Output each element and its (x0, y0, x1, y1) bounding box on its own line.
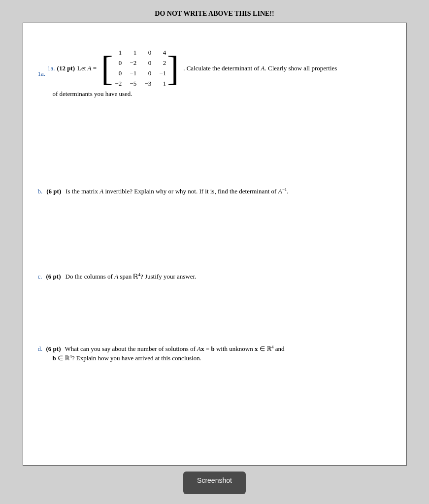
question-1d-label: d. (38, 345, 45, 352)
matrix-cell-r3c3: 0 (143, 68, 151, 78)
question-1c-points: (6 pt) (46, 273, 64, 280)
question-1d-row2: b ∈ ℝ4? Explain how you have arrived at … (38, 354, 392, 362)
matrix-cell-r2c4: 2 (158, 58, 166, 68)
matrix-cell-r2c3: 0 (143, 58, 151, 68)
matrix-cell-r1c2: 1 (129, 48, 136, 58)
question-1b-text: Is the matrix A invertible? Explain why … (66, 188, 288, 195)
question-1a-label: 1a. (38, 59, 46, 78)
matrix-cell-r4c3: −3 (143, 79, 151, 89)
question-1d-text: What can you say about the number of sol… (65, 345, 284, 352)
question-1d-block: d. (6 pt) What can you say about the num… (38, 345, 392, 363)
question-1c-label: c. (38, 273, 44, 280)
matrix-cell-r4c1: −2 (114, 79, 122, 89)
exam-content-box: 1a. 1a. (12 pt) Let A = [ 1 1 0 4 0 −2 0… (23, 23, 407, 466)
matrix-cell-r2c2: −2 (129, 58, 136, 68)
page-header: DO NOT WRITE ABOVE THIS LINE!! (23, 10, 407, 18)
matrix-A: [ 1 1 0 4 0 −2 0 2 0 −1 0 −1 −2 −5 −3 (101, 48, 179, 89)
question-1a-after-matrix: . Calculate the determinant of A. Clearl… (181, 64, 337, 72)
matrix-cell-r1c1: 1 (114, 48, 122, 58)
matrix-cell-r3c1: 0 (114, 68, 122, 78)
question-1a-let: Let A = (77, 64, 99, 72)
matrix-cell-r4c2: −5 (129, 79, 136, 89)
question-1a-points: (12 pt) (57, 64, 77, 72)
question-1b-label: b. (38, 188, 45, 195)
question-1d-points: (6 pt) (46, 345, 64, 352)
matrix-cell-r3c4: −1 (158, 68, 166, 78)
question-1d-text-row2: b ∈ ℝ4? Explain how you have arrived at … (53, 354, 201, 362)
screenshot-button[interactable]: Screenshot (183, 472, 246, 494)
question-1a-continuation: of determinants you have used. (38, 90, 392, 98)
bracket-right: ] (167, 51, 179, 86)
question-1c-block: c. (6 pt) Do the columns of A span ℝ4? J… (38, 272, 392, 281)
question-1c-text: Do the columns of A span ℝ4? Justify you… (66, 273, 197, 280)
question-1b-block: b. (6 pt) Is the matrix A invertible? Ex… (38, 187, 392, 195)
matrix-cell-r2c1: 0 (114, 58, 122, 68)
question-1a-block: 1a. 1a. (12 pt) Let A = [ 1 1 0 4 0 −2 0… (38, 48, 392, 98)
matrix-grid: 1 1 0 4 0 −2 0 2 0 −1 0 −1 −2 −5 −3 1 (114, 48, 166, 89)
question-1d-row1: d. (6 pt) What can you say about the num… (38, 345, 392, 353)
question-1b-points: (6 pt) (46, 188, 64, 195)
question-1a-row: 1a. 1a. (12 pt) Let A = [ 1 1 0 4 0 −2 0… (38, 48, 392, 89)
matrix-cell-r3c2: −1 (129, 68, 136, 78)
matrix-cell-r1c3: 0 (143, 48, 151, 58)
matrix-cell-r1c4: 4 (158, 48, 166, 58)
screenshot-button-wrapper[interactable]: Screenshot (183, 472, 246, 494)
matrix-cell-r4c4: 1 (158, 79, 166, 89)
question-1a-label-text: 1a. (47, 64, 57, 72)
bracket-left: [ (101, 51, 113, 86)
